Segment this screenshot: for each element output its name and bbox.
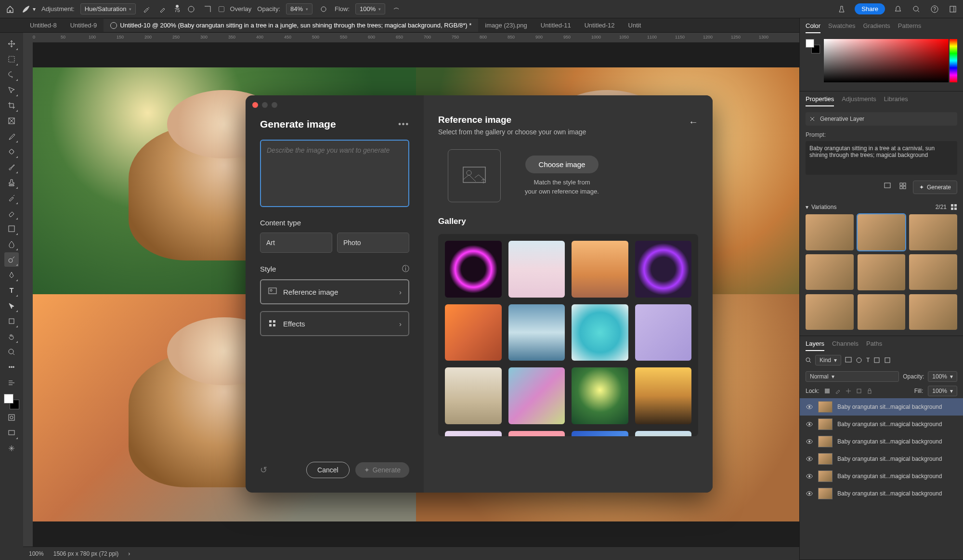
flow-dropdown[interactable]: 100%▾ bbox=[355, 3, 385, 14]
tab-untitled-8[interactable]: Untitled-8 bbox=[23, 19, 64, 32]
pen-tool[interactable] bbox=[4, 268, 19, 282]
tab-gradients[interactable]: Gradients bbox=[863, 22, 890, 33]
variation-1[interactable] bbox=[806, 214, 854, 250]
eyedropper-tool[interactable] bbox=[4, 129, 19, 143]
style-info-icon[interactable]: ⓘ bbox=[402, 264, 409, 273]
blur-tool[interactable] bbox=[4, 237, 19, 251]
back-arrow-icon[interactable]: ← bbox=[689, 117, 698, 128]
hue-slider[interactable] bbox=[950, 39, 957, 82]
healing-tool[interactable] bbox=[4, 144, 19, 159]
content-type-art-button[interactable]: Art bbox=[260, 233, 332, 253]
hand-tool[interactable] bbox=[4, 329, 19, 344]
help-icon[interactable]: ? bbox=[929, 4, 940, 14]
lock-artboard-icon[interactable] bbox=[856, 388, 862, 394]
gallery-item-15[interactable] bbox=[572, 431, 628, 437]
layer-row-1[interactable]: Baby orangutan sit...magical background bbox=[800, 398, 963, 416]
layer-row-6[interactable]: Baby orangutan sit...magical background bbox=[800, 485, 963, 502]
gallery-item-16[interactable] bbox=[635, 431, 692, 437]
foreground-color[interactable] bbox=[4, 394, 13, 404]
tab-patterns[interactable]: Patterns bbox=[898, 22, 921, 33]
angle-icon[interactable] bbox=[202, 4, 213, 14]
lock-pixels-icon[interactable] bbox=[824, 388, 830, 394]
generate-button-small[interactable]: ✦Generate bbox=[913, 181, 957, 194]
cancel-button[interactable]: Cancel bbox=[306, 462, 350, 478]
vertical-ruler[interactable] bbox=[23, 42, 33, 547]
quick-mask-tool[interactable] bbox=[4, 410, 19, 425]
document-info[interactable]: 1506 px x 780 px (72 ppi) bbox=[53, 550, 118, 557]
more-options-icon[interactable]: ••• bbox=[398, 120, 409, 129]
upload-dropzone[interactable] bbox=[448, 149, 501, 202]
generate-button[interactable]: ✦Generate bbox=[355, 462, 409, 478]
search-icon[interactable] bbox=[911, 4, 922, 14]
zoom-tool[interactable] bbox=[4, 345, 19, 359]
adjustment-dropdown[interactable]: Hue/Saturation▾ bbox=[80, 3, 136, 14]
tab-adjustments[interactable]: Adjustments bbox=[842, 95, 876, 106]
gallery-item-11[interactable] bbox=[572, 367, 628, 424]
layer-row-3[interactable]: Baby orangutan sit...magical background bbox=[800, 433, 963, 450]
lock-paint-icon[interactable] bbox=[835, 388, 841, 394]
foreground-background-colors[interactable] bbox=[4, 394, 19, 409]
brush-size[interactable]: 75 bbox=[174, 5, 180, 13]
variation-5[interactable] bbox=[858, 254, 906, 290]
reference-image-row[interactable]: Reference image › bbox=[260, 279, 409, 304]
color-fg-bg[interactable] bbox=[806, 39, 820, 53]
tab-properties[interactable]: Properties bbox=[806, 95, 834, 106]
filter-type-icon[interactable]: T bbox=[866, 357, 870, 364]
tab-layers[interactable]: Layers bbox=[806, 340, 824, 351]
prompt-text-display[interactable]: Baby orangutan sitting in a tree at a ca… bbox=[806, 141, 957, 175]
status-chevron-icon[interactable]: › bbox=[128, 550, 130, 557]
effects-row[interactable]: Effects › bbox=[260, 311, 409, 336]
tool-preset[interactable]: ▾ bbox=[21, 4, 36, 14]
maximize-window-button[interactable] bbox=[272, 102, 277, 108]
search-kind-icon[interactable] bbox=[806, 357, 811, 363]
tab-swatches[interactable]: Swatches bbox=[828, 22, 855, 33]
gallery-item-6[interactable] bbox=[508, 304, 565, 361]
lasso-tool[interactable] bbox=[4, 67, 19, 82]
variation-3[interactable] bbox=[909, 214, 957, 250]
horizontal-ruler[interactable]: 0 50 100 150 200 250 300 350 400 450 500… bbox=[23, 33, 799, 42]
visibility-toggle[interactable] bbox=[806, 455, 813, 463]
screen-mode-tool[interactable] bbox=[4, 426, 19, 440]
kind-dropdown[interactable]: Kind▾ bbox=[815, 355, 841, 365]
pressure-icon[interactable] bbox=[186, 4, 196, 14]
visibility-toggle[interactable] bbox=[806, 403, 813, 411]
frame-tool[interactable] bbox=[4, 114, 19, 128]
subtract-brush-icon[interactable] bbox=[158, 4, 169, 14]
marquee-tool[interactable] bbox=[4, 52, 19, 66]
gallery-item-14[interactable] bbox=[508, 431, 565, 437]
gallery-item-2[interactable] bbox=[508, 241, 565, 298]
gallery-item-9[interactable] bbox=[445, 367, 502, 424]
layer-row-2[interactable]: Baby orangutan sit...magical background bbox=[800, 416, 963, 433]
pressure-opacity-icon[interactable] bbox=[318, 4, 329, 14]
opacity-dropdown[interactable]: 84%▾ bbox=[286, 3, 312, 14]
shape-tool[interactable] bbox=[4, 314, 19, 328]
visibility-toggle[interactable] bbox=[806, 472, 813, 480]
tab-color[interactable]: Color bbox=[806, 22, 820, 33]
variation-6[interactable] bbox=[909, 254, 957, 290]
history-brush-tool[interactable] bbox=[4, 191, 19, 205]
gallery-scroll[interactable] bbox=[438, 234, 698, 436]
gallery-item-3[interactable] bbox=[572, 241, 628, 298]
workspace-icon[interactable] bbox=[948, 4, 958, 14]
generative-tool[interactable] bbox=[4, 441, 19, 456]
minimize-window-button[interactable] bbox=[262, 102, 268, 108]
stamp-tool[interactable] bbox=[4, 175, 19, 190]
gallery-item-10[interactable] bbox=[508, 367, 565, 424]
tab-channels[interactable]: Channels bbox=[832, 340, 859, 351]
reset-icon[interactable]: ↺ bbox=[260, 465, 267, 475]
filter-shape-icon[interactable] bbox=[873, 357, 880, 364]
add-brush-icon[interactable] bbox=[142, 4, 152, 14]
gallery-item-7[interactable] bbox=[572, 304, 628, 361]
tab-paths[interactable]: Paths bbox=[866, 340, 882, 351]
gallery-item-8[interactable] bbox=[635, 304, 692, 361]
tab-libraries[interactable]: Libraries bbox=[884, 95, 908, 106]
variation-9[interactable] bbox=[909, 294, 957, 330]
more-tools[interactable]: ••• bbox=[4, 360, 19, 375]
layer-row-4[interactable]: Baby orangutan sit...magical background bbox=[800, 450, 963, 468]
crop-tool[interactable] bbox=[4, 98, 19, 113]
variation-8[interactable] bbox=[858, 294, 906, 330]
lock-all-icon[interactable] bbox=[867, 388, 872, 394]
visibility-toggle[interactable] bbox=[806, 420, 813, 428]
grid-icon[interactable] bbox=[898, 181, 908, 191]
filter-adjust-icon[interactable] bbox=[856, 357, 862, 364]
